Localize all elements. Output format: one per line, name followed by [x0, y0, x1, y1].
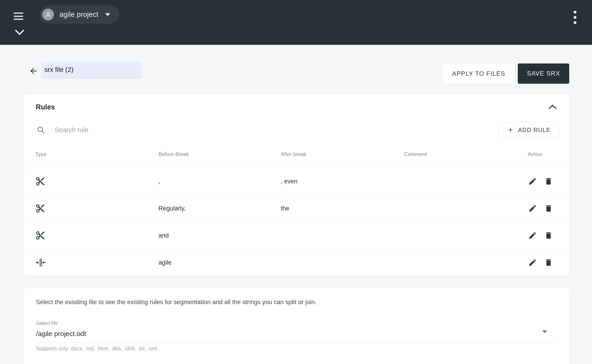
trash-icon: [544, 177, 553, 186]
kebab-menu-button[interactable]: [573, 10, 577, 25]
project-avatar-letter: A: [46, 11, 50, 19]
trash-icon: [544, 258, 553, 267]
column-action: Action: [528, 151, 558, 157]
rules-card: Rules ADD RULE Type Before Break After b…: [24, 94, 569, 276]
pencil-icon: [528, 231, 537, 240]
edit-rule-button[interactable]: [528, 231, 537, 240]
trash-icon: [544, 204, 553, 213]
expand-chevron-button[interactable]: [15, 30, 24, 36]
back-button[interactable]: [29, 66, 38, 77]
edit-rule-button[interactable]: [528, 258, 537, 267]
menu-icon[interactable]: [14, 13, 23, 20]
select-file-field[interactable]: Select file /agile project.odt: [36, 320, 557, 342]
project-avatar: A: [42, 9, 54, 20]
table-row: , , even: [24, 168, 569, 195]
rules-table-header: Type Before Break After break Comment Ac…: [24, 141, 569, 168]
apply-to-files-button[interactable]: APPLY TO FILES: [442, 64, 516, 84]
column-type: Type: [35, 151, 159, 157]
plus-icon: [507, 126, 514, 133]
before-break-value: Regularly,: [159, 205, 281, 212]
before-break-value: and: [159, 232, 281, 239]
pencil-icon: [528, 177, 537, 186]
merge-join-icon: [35, 258, 46, 267]
edit-rule-button[interactable]: [528, 204, 537, 213]
collapse-rules-button[interactable]: [548, 103, 557, 111]
search-icon: [36, 126, 45, 134]
search-rule-box: [36, 126, 499, 134]
after-break-value: the: [281, 205, 404, 212]
add-rule-button[interactable]: ADD RULE: [499, 122, 559, 138]
arrow-back-icon: [29, 66, 38, 76]
column-after: After break: [281, 151, 404, 157]
table-row: agile: [24, 249, 569, 276]
scissors-icon: [35, 230, 45, 240]
table-row: Regularly, the: [24, 195, 569, 222]
delete-rule-button[interactable]: [544, 176, 553, 186]
page-header: srx file (2) APPLY TO FILES SAVE SRX: [24, 60, 569, 85]
selected-file-value: /agile project.odt: [36, 330, 557, 338]
top-app-bar: A agile project: [0, 0, 592, 45]
pencil-icon: [528, 258, 537, 267]
file-select-card: Select the exisiting file to see the exi…: [24, 287, 569, 364]
delete-rule-button[interactable]: [544, 231, 553, 240]
chevron-up-icon: [549, 104, 557, 109]
scissors-icon: [35, 176, 45, 186]
chevron-down-icon: [15, 30, 24, 35]
trash-icon: [544, 231, 553, 240]
table-row: and: [24, 222, 569, 249]
before-break-value: agile: [159, 259, 281, 266]
before-break-value: ,: [159, 178, 281, 185]
column-before: Before Break: [159, 151, 281, 157]
edit-rule-button[interactable]: [528, 176, 537, 186]
rules-card-title: Rules: [36, 103, 55, 111]
search-rule-input[interactable]: [54, 126, 260, 134]
caret-down-icon: [542, 330, 547, 333]
save-srx-button[interactable]: SAVE SRX: [518, 64, 569, 84]
project-switcher[interactable]: A agile project: [39, 6, 119, 24]
header-actions: APPLY TO FILES SAVE SRX: [442, 64, 569, 84]
pencil-icon: [528, 204, 537, 213]
delete-rule-button[interactable]: [544, 258, 553, 267]
page-title: srx file (2): [44, 66, 73, 73]
select-file-label: Select file: [36, 320, 557, 326]
srx-title-field[interactable]: srx file (2): [42, 61, 141, 78]
file-card-description: Select the exisiting file to see the exi…: [36, 299, 557, 306]
column-comment: Comment: [404, 151, 528, 157]
supported-formats-helper: Supports only .docx, .md, .html, .dita, …: [36, 345, 557, 352]
delete-rule-button[interactable]: [544, 204, 553, 213]
after-break-value: , even: [281, 178, 404, 185]
caret-down-icon: [105, 13, 110, 16]
scissors-icon: [35, 203, 45, 213]
project-name: agile project: [60, 10, 98, 19]
